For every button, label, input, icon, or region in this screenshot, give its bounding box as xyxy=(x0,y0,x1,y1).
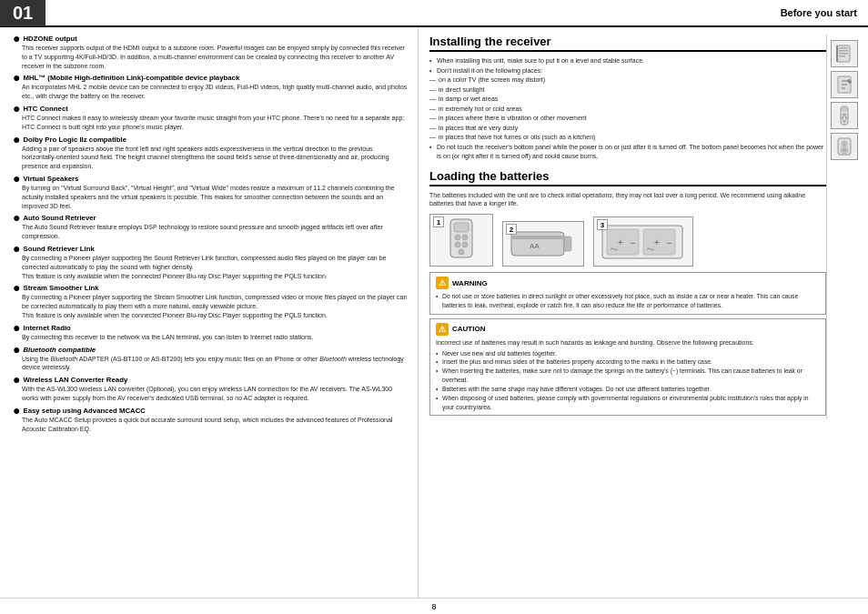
svg-text:−: − xyxy=(631,238,636,248)
list-item: in places where there is vibration or ot… xyxy=(429,114,826,124)
feature-body-sound-link: By connecting a Pioneer player supportin… xyxy=(22,254,409,280)
side-icon-speaker xyxy=(831,133,858,160)
battery-intro: The batteries included with the unit are… xyxy=(429,191,826,209)
feature-mcacc: ● Easy setup using Advanced MCACC The Au… xyxy=(13,407,409,434)
feature-virtual: ● Virtual Speakers By turning on "Virtua… xyxy=(13,175,409,210)
svg-text:+: + xyxy=(618,237,623,247)
feature-dolby: ● Dolby Pro Logic IIz compatible Adding … xyxy=(13,136,409,171)
svg-text:−: − xyxy=(667,238,672,248)
tools-icon xyxy=(834,75,854,95)
feature-htc: ● HTC Connect HTC Connect makes it easy … xyxy=(13,105,409,132)
left-column: ● HDZONE output This receiver supports o… xyxy=(0,27,419,598)
feature-body-hdzone: This receiver supports output of the HDM… xyxy=(22,44,409,70)
caution-list: Never use new and old batteries together… xyxy=(436,349,820,412)
bullet-icon: ● xyxy=(13,376,20,383)
feature-title-htc: ● HTC Connect xyxy=(13,105,409,113)
bullet-icon: ● xyxy=(13,346,20,353)
svg-text:AA: AA xyxy=(530,242,540,250)
list-item: Batteries with the same shape may have d… xyxy=(436,385,820,394)
svg-point-27 xyxy=(843,114,845,116)
bullet-icon: ● xyxy=(13,136,20,143)
svg-rect-19 xyxy=(839,47,848,49)
bullet-icon: ● xyxy=(13,407,20,414)
battery-heading: Loading the batteries xyxy=(429,169,826,186)
svg-rect-1 xyxy=(454,223,469,232)
warning-title: ⚠ WARNING xyxy=(436,277,820,289)
svg-point-33 xyxy=(843,143,845,146)
speaker-icon xyxy=(834,136,854,156)
feature-hdzone: ● HDZONE output This receiver supports o… xyxy=(13,35,409,70)
install-section: Installing the receiver When installing … xyxy=(429,35,826,162)
main-content: ● HDZONE output This receiver supports o… xyxy=(0,27,868,598)
page-footer: 8 xyxy=(0,598,868,614)
right-column: Installing the receiver When installing … xyxy=(419,27,868,598)
caution-title: ⚠ CAUTION xyxy=(436,323,820,336)
feature-body-mhl: An incorporates MHL 2 mobile device can … xyxy=(22,83,409,101)
svg-point-4 xyxy=(455,242,460,247)
page-header: 01 Before you start xyxy=(0,0,868,27)
install-heading: Installing the receiver xyxy=(429,35,826,52)
bullet-icon: ● xyxy=(13,105,20,112)
feature-title-bluetooth: ● Bluetooth compatible xyxy=(13,346,409,354)
battery-label-2: 2 xyxy=(506,224,517,235)
feature-body-bluetooth: Using the Bluetooth ADAPTER (AS-BT100 or… xyxy=(22,355,409,373)
svg-rect-22 xyxy=(839,55,845,57)
svg-point-30 xyxy=(843,120,844,122)
feature-title-wireless: ● Wireless LAN Converter Ready xyxy=(13,376,409,384)
feature-auto-sound: ● Auto Sound Retriever The Auto Sound Re… xyxy=(13,214,409,241)
svg-rect-21 xyxy=(839,53,848,55)
battery-label-1: 1 xyxy=(433,216,444,227)
chapter-number: 01 xyxy=(0,0,45,26)
svg-point-36 xyxy=(843,149,845,151)
warning-list: Do not use or store batteries in direct … xyxy=(436,292,820,310)
feature-body-htc: HTC Connect makes it easy to wirelessly … xyxy=(22,114,409,132)
bullet-icon: ● xyxy=(13,175,20,182)
feature-sound-link: ● Sound Retriever Link By connecting a P… xyxy=(13,245,409,280)
feature-title-sound-link: ● Sound Retriever Link xyxy=(13,245,409,253)
svg-point-5 xyxy=(462,242,468,247)
svg-rect-9 xyxy=(511,236,564,239)
battery-label-3: 3 xyxy=(597,219,608,230)
right-inner: Installing the receiver When installing … xyxy=(429,35,861,419)
svg-rect-8 xyxy=(564,237,571,251)
page-number: 8 xyxy=(431,602,436,611)
feature-internet: ● Internet Radio By connecting this rece… xyxy=(13,324,409,342)
bullet-icon: ● xyxy=(13,35,20,42)
feature-body-virtual: By turning on "Virtual Surround Back", "… xyxy=(22,184,409,210)
manual-icon xyxy=(834,44,854,64)
list-item: Do not use or store batteries in direct … xyxy=(436,292,820,310)
list-item: Insert the plus and minus sides of the b… xyxy=(436,357,820,367)
svg-rect-20 xyxy=(839,50,848,52)
list-item: Never use new and old batteries together… xyxy=(436,349,820,358)
battery-image-1: 1 xyxy=(429,214,493,267)
svg-rect-26 xyxy=(843,108,846,111)
svg-point-29 xyxy=(844,116,846,118)
battery-svg-3: + − + − xyxy=(598,220,689,264)
svg-point-28 xyxy=(841,116,843,118)
battery-image-3: 3 + − + − xyxy=(593,216,693,267)
list-item: in places that have hot fumes or oils (s… xyxy=(429,133,826,143)
caution-icon: ⚠ xyxy=(436,323,449,336)
list-item: When installing this unit, make sure to … xyxy=(429,56,826,66)
caution-block: ⚠ CAUTION Incorrect use of batteries may… xyxy=(429,318,826,417)
bullet-icon: ● xyxy=(13,284,20,291)
feature-title-internet: ● Internet Radio xyxy=(13,324,409,332)
list-item: Do not touch the receiver's bottom panel… xyxy=(429,143,826,162)
feature-stream: ● Stream Smoother Link By connecting a P… xyxy=(13,284,409,319)
feature-body-internet: By connecting this receiver to the netwo… xyxy=(22,333,409,342)
feature-title-stream: ● Stream Smoother Link xyxy=(13,284,409,292)
side-icons xyxy=(826,35,861,419)
list-item: When disposing of used batteries, please… xyxy=(436,394,820,412)
feature-title-hdzone: ● HDZONE output xyxy=(13,35,409,43)
bullet-icon: ● xyxy=(13,74,20,81)
list-item: When inserting the batteries, make sure … xyxy=(436,367,820,385)
svg-point-2 xyxy=(455,235,460,240)
list-item: in places that are very dusty xyxy=(429,124,826,134)
svg-point-6 xyxy=(459,249,464,255)
feature-body-wireless: With the AS-WL300 wireless LAN converter… xyxy=(22,385,409,403)
feature-wireless: ● Wireless LAN Converter Ready With the … xyxy=(13,376,409,403)
feature-title-mhl: ● MHL™ (Mobile High-definition Link)-com… xyxy=(13,74,409,82)
warning-icon: ⚠ xyxy=(436,277,449,289)
page-title: Before you start xyxy=(781,7,868,18)
battery-section: Loading the batteries The batteries incl… xyxy=(429,169,826,417)
